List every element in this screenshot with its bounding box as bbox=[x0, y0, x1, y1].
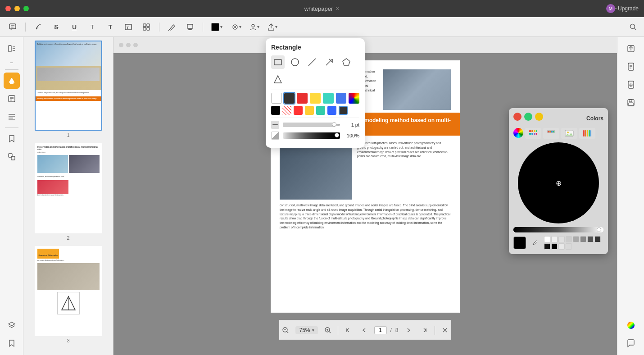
fill-color-tool[interactable]: ▾ bbox=[209, 22, 225, 32]
tab-close-button[interactable]: ✕ bbox=[336, 6, 340, 12]
zoom-in-btn[interactable] bbox=[322, 324, 334, 337]
upgrade-label[interactable]: Upgrade bbox=[618, 5, 639, 12]
chat-btn[interactable] bbox=[623, 335, 639, 351]
color-tab-green[interactable] bbox=[524, 113, 532, 121]
sidebar-toggle-btn[interactable] bbox=[4, 41, 20, 57]
search-button[interactable] bbox=[628, 22, 639, 32]
stroke-slider-thumb[interactable] bbox=[332, 122, 336, 127]
stroke-slider[interactable] bbox=[283, 124, 340, 126]
color-image-tab[interactable] bbox=[561, 128, 577, 139]
current-color-swatch[interactable] bbox=[513, 237, 526, 249]
thumbnail-1[interactable]: Building environment information modelin… bbox=[27, 41, 109, 138]
next-page-btn[interactable] bbox=[402, 324, 415, 337]
mini-swatch-6[interactable] bbox=[580, 236, 586, 242]
current-page-input[interactable] bbox=[374, 326, 387, 334]
mini-swatch-4[interactable] bbox=[566, 236, 572, 242]
mini-swatch-5[interactable] bbox=[573, 236, 579, 242]
stamp-tool[interactable] bbox=[183, 21, 197, 33]
thumbnail-frame-3[interactable]: Geometric Philosophy text content about … bbox=[35, 246, 102, 336]
comment-tool[interactable] bbox=[5, 21, 20, 33]
mini-swatch-8[interactable] bbox=[594, 236, 601, 242]
stroke-swatch-black[interactable] bbox=[271, 106, 280, 115]
style-settings-tool[interactable]: ▾ bbox=[229, 21, 243, 33]
color-swatches-grid-tab[interactable] bbox=[525, 128, 541, 139]
underline-tool[interactable]: U bbox=[67, 21, 82, 33]
color-pencils-tab[interactable] bbox=[543, 128, 559, 139]
stroke-swatch-yellow[interactable] bbox=[305, 106, 314, 115]
doc-info-btn[interactable] bbox=[623, 59, 639, 75]
mini-swatch-12[interactable] bbox=[566, 243, 572, 250]
close-doc-btn[interactable] bbox=[439, 324, 451, 337]
color-tab-yellow[interactable] bbox=[535, 113, 543, 121]
color-tab-red[interactable] bbox=[513, 113, 522, 121]
zoom-display[interactable]: 75% ▾ bbox=[295, 326, 317, 334]
opacity-slider[interactable] bbox=[283, 132, 340, 139]
text-tool-t[interactable]: T bbox=[85, 21, 100, 33]
line-shape-btn[interactable] bbox=[305, 55, 319, 69]
fill-swatch-yellow[interactable] bbox=[310, 93, 321, 104]
last-page-btn[interactable] bbox=[418, 324, 431, 337]
thumbnail-frame-2[interactable]: Preservation and inheritance of architec… bbox=[35, 143, 102, 233]
arrow-shape-btn[interactable] bbox=[322, 55, 336, 69]
text-select-btn[interactable] bbox=[4, 109, 20, 125]
mini-swatch-7[interactable] bbox=[587, 236, 594, 242]
color-wheel-tab-btn[interactable] bbox=[513, 128, 523, 138]
pencil-draw-tool[interactable] bbox=[165, 21, 179, 33]
mini-swatch-11[interactable] bbox=[558, 243, 565, 250]
color-wheel[interactable]: ⊕ bbox=[518, 142, 599, 223]
prev-page-btn[interactable] bbox=[358, 324, 371, 337]
shape-grid-tool[interactable] bbox=[139, 21, 154, 33]
mini-swatch-2[interactable] bbox=[551, 236, 558, 242]
bold-text-tool[interactable]: T bbox=[103, 21, 118, 33]
share-export-tool[interactable]: ▾ bbox=[265, 21, 279, 33]
zoom-out-btn[interactable] bbox=[279, 324, 292, 337]
mini-swatch-10[interactable] bbox=[551, 243, 558, 250]
fill-swatch-teal[interactable] bbox=[323, 93, 334, 104]
sidebar-bookmark-btn[interactable] bbox=[4, 335, 20, 351]
bookmark-btn[interactable] bbox=[4, 131, 20, 147]
fill-swatch-red[interactable] bbox=[297, 93, 308, 104]
stroke-swatch-red[interactable] bbox=[294, 106, 303, 115]
pentagon-shape-btn[interactable] bbox=[340, 55, 353, 69]
text-box-tool[interactable]: T bbox=[121, 21, 136, 33]
hue-brightness-slider[interactable] bbox=[513, 227, 603, 232]
fill-swatch-rainbow[interactable] bbox=[349, 93, 359, 104]
stroke-swatch-selected[interactable] bbox=[339, 106, 348, 115]
thumbnail-3[interactable]: Geometric Philosophy text content about … bbox=[27, 246, 109, 343]
first-page-btn[interactable] bbox=[342, 324, 354, 337]
stroke-swatch-teal[interactable] bbox=[316, 106, 325, 115]
color-palette-tab[interactable] bbox=[579, 128, 595, 139]
layers-btn[interactable] bbox=[4, 317, 20, 333]
upload-btn[interactable] bbox=[623, 41, 639, 57]
pen-tool[interactable] bbox=[31, 21, 45, 33]
save-btn[interactable] bbox=[623, 95, 639, 111]
thumbnail-2[interactable]: Preservation and inheritance of architec… bbox=[27, 143, 109, 241]
stroke-swatch-blue[interactable] bbox=[327, 106, 336, 115]
mini-swatch-3[interactable] bbox=[558, 236, 565, 242]
fill-swatch-rect[interactable] bbox=[271, 93, 282, 104]
stroke-swatch-striped[interactable] bbox=[282, 106, 291, 115]
scroll-up-btn[interactable]: − bbox=[10, 59, 13, 66]
rainbow-btn[interactable] bbox=[623, 317, 639, 333]
triangle-shape-btn[interactable] bbox=[271, 73, 285, 86]
maximize-button[interactable] bbox=[23, 6, 29, 11]
export-btn[interactable] bbox=[623, 77, 639, 93]
annotation-tool-btn[interactable] bbox=[4, 91, 20, 107]
mini-swatch-1[interactable] bbox=[544, 236, 550, 242]
mini-swatch-9[interactable] bbox=[544, 243, 550, 250]
active-tab[interactable]: whitepaper ✕ bbox=[304, 5, 340, 12]
circle-shape-btn[interactable] bbox=[288, 55, 302, 69]
person-annotation-tool[interactable]: ▾ bbox=[247, 21, 261, 33]
opacity-thumb[interactable] bbox=[335, 133, 339, 137]
minimize-button[interactable] bbox=[14, 6, 20, 11]
fill-swatch-blue[interactable] bbox=[336, 93, 347, 104]
close-button[interactable] bbox=[5, 6, 11, 11]
rectangle-shape-btn[interactable] bbox=[271, 55, 285, 69]
eyedropper-btn[interactable] bbox=[530, 237, 540, 248]
stamp-panel-btn[interactable] bbox=[4, 149, 20, 165]
hue-thumb[interactable] bbox=[597, 228, 601, 232]
thumbnail-frame-1[interactable]: Building environment information modelin… bbox=[35, 41, 102, 131]
highlight-tool-btn[interactable] bbox=[4, 73, 20, 89]
strikethrough-tool[interactable]: S bbox=[49, 21, 63, 33]
fill-swatch-darkgray[interactable] bbox=[284, 93, 295, 104]
